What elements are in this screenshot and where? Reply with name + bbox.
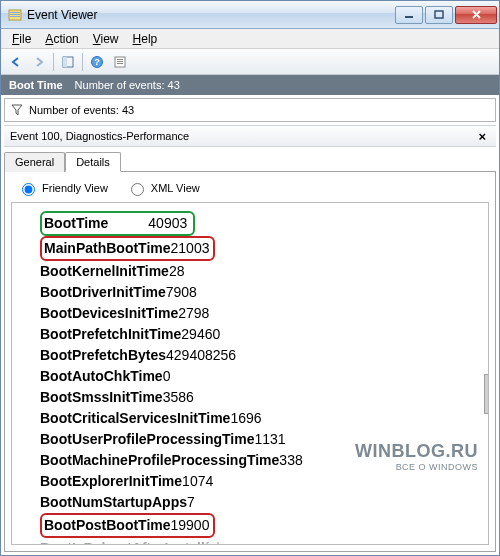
list-item: BootKernelInitTime28: [40, 261, 484, 282]
svg-rect-1: [10, 12, 20, 13]
filter-icon: [11, 104, 23, 116]
properties-button[interactable]: [109, 51, 131, 73]
show-tree-button[interactable]: [57, 51, 79, 73]
menu-action[interactable]: Action: [38, 30, 85, 48]
svg-rect-7: [63, 57, 67, 67]
titlebar[interactable]: Event Viewer: [1, 1, 499, 29]
tabs: General Details: [4, 151, 496, 171]
toolbar: ?: [1, 49, 499, 75]
scroll-indicator[interactable]: [484, 374, 489, 414]
tab-details[interactable]: Details: [65, 152, 121, 172]
event-count-label: Number of events: 43: [75, 79, 180, 91]
xml-view-input[interactable]: [131, 183, 144, 196]
svg-rect-13: [117, 63, 123, 64]
list-item: BootDriverInitTime7908: [40, 282, 484, 303]
list-item: BootPostBootTime19900: [40, 513, 484, 538]
maximize-button[interactable]: [425, 6, 453, 24]
list-item: BootIsRebootAfterInstallfalse: [40, 538, 484, 545]
list-item: BootDevicesInitTime2798: [40, 303, 484, 324]
list-item: BootMachineProfileProcessingTime338: [40, 450, 484, 471]
svg-rect-5: [435, 11, 443, 18]
list-item: BootCriticalServicesInitTime1696: [40, 408, 484, 429]
list-item: BootUserProfileProcessingTime1131: [40, 429, 484, 450]
list-item: BootNumStartupApps7: [40, 492, 484, 513]
svg-rect-3: [10, 16, 20, 17]
filter-count-label: Number of events: 43: [29, 104, 134, 116]
list-item: BootTime40903: [40, 211, 484, 236]
toolbar-separator: [82, 53, 83, 71]
view-mode: Friendly View XML View: [11, 178, 489, 202]
list-item: BootSmssInitTime3586: [40, 387, 484, 408]
minimize-button[interactable]: [395, 6, 423, 24]
menubar: File Action View Help: [1, 29, 499, 49]
svg-rect-2: [10, 14, 20, 15]
xml-view-radio[interactable]: XML View: [126, 180, 200, 196]
details-panel: Friendly View XML View BootTime40903 Mai…: [4, 171, 496, 552]
list-item: BootPrefetchInitTime29460: [40, 324, 484, 345]
svg-rect-12: [117, 61, 123, 62]
app-icon: [7, 7, 23, 23]
detail-list[interactable]: BootTime40903 MainPathBootTime21003 Boot…: [11, 202, 489, 545]
filter-bar[interactable]: Number of events: 43: [4, 98, 496, 122]
help-button[interactable]: ?: [86, 51, 108, 73]
toolbar-separator: [53, 53, 54, 71]
event-title: Event 100, Diagnostics-Performance: [10, 130, 189, 142]
list-item: MainPathBootTime21003: [40, 236, 484, 261]
forward-button[interactable]: [28, 51, 50, 73]
summary-bar: Boot Time Number of events: 43: [1, 75, 499, 95]
menu-help[interactable]: Help: [126, 30, 165, 48]
boot-time-label: Boot Time: [9, 79, 63, 91]
window-controls: [393, 6, 497, 24]
event-header: Event 100, Diagnostics-Performance ×: [4, 125, 496, 147]
svg-text:?: ?: [94, 57, 100, 67]
list-item: BootAutoChkTime0: [40, 366, 484, 387]
friendly-view-input[interactable]: [22, 183, 35, 196]
window: Event Viewer File Action View Help ? Boo…: [0, 0, 500, 556]
svg-rect-11: [117, 59, 123, 60]
back-button[interactable]: [5, 51, 27, 73]
friendly-view-radio[interactable]: Friendly View: [17, 180, 108, 196]
window-title: Event Viewer: [27, 8, 393, 22]
menu-view[interactable]: View: [86, 30, 126, 48]
close-panel-button[interactable]: ×: [474, 129, 490, 144]
list-item: BootExplorerInitTime1074: [40, 471, 484, 492]
svg-rect-4: [405, 16, 413, 18]
tab-general[interactable]: General: [4, 152, 65, 172]
close-button[interactable]: [455, 6, 497, 24]
menu-file[interactable]: File: [5, 30, 38, 48]
list-item: BootPrefetchBytes429408256: [40, 345, 484, 366]
